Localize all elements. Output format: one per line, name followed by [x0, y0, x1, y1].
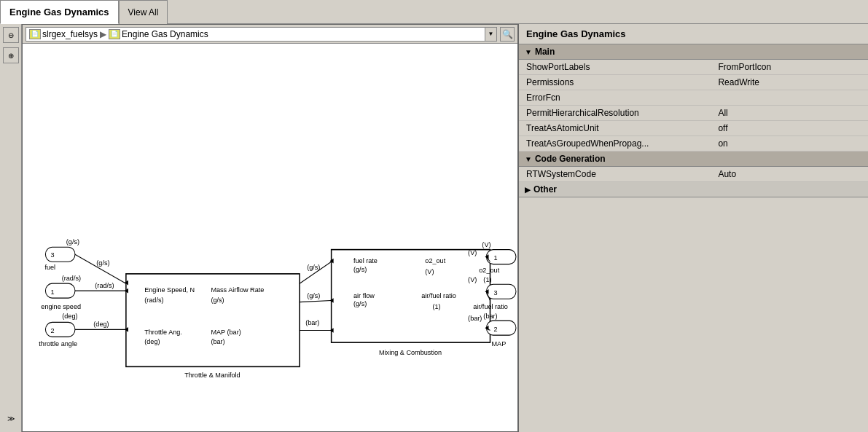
section-other-label: Other — [533, 184, 557, 195]
svg-text:Throttle & Manifold: Throttle & Manifold — [184, 370, 240, 378]
prop-name: RTWSystemCode — [519, 167, 711, 182]
svg-text:(deg): (deg) — [144, 337, 160, 345]
svg-text:(g/s): (g/s) — [307, 291, 320, 299]
sidebar-btn-expand[interactable]: ≫ — [3, 410, 19, 426]
svg-rect-1 — [45, 247, 75, 262]
prop-value[interactable]: All — [711, 106, 868, 121]
section-codegen-header[interactable]: ▼ Code Generation — [519, 152, 868, 167]
tab-bar: Engine Gas Dynamics View All — [0, 0, 868, 24]
svg-text:(rad/s): (rad/s) — [62, 273, 81, 281]
svg-text:(bar): (bar) — [483, 311, 497, 319]
prop-row: ErrorFcn — [519, 90, 868, 106]
section-codegen-label: Code Generation — [535, 154, 606, 164]
svg-text:(g/s): (g/s) — [307, 263, 320, 271]
svg-rect-33 — [486, 250, 516, 264]
svg-text:(deg): (deg) — [62, 311, 77, 319]
prop-row: Permissions ReadWrite — [519, 75, 868, 90]
main-layout: ⊖ ⊕ ≫ 📄 slrgex_fuelsys ▶ 📄 Engine Gas Dy… — [0, 24, 868, 432]
path-icon-engine: 📄 — [109, 29, 120, 39]
prop-value[interactable]: off — [711, 121, 868, 136]
svg-text:o2_out: o2_out — [479, 265, 499, 273]
svg-text:(g/s): (g/s) — [96, 258, 109, 266]
svg-text:(g/s): (g/s) — [66, 237, 79, 245]
address-bar: 📄 slrgex_fuelsys ▶ 📄 Engine Gas Dynamics… — [23, 25, 517, 44]
svg-rect-5 — [45, 283, 75, 298]
prop-value[interactable]: ReadWrite — [711, 75, 868, 90]
svg-text:(g/s): (g/s) — [353, 299, 367, 307]
svg-text:2: 2 — [494, 324, 498, 332]
path-icon-fuelsys: 📄 — [29, 29, 41, 39]
right-panel-title: Engine Gas Dynamics — [519, 24, 868, 44]
prop-row: TreatAsGroupedWhenPropag... on — [519, 136, 868, 152]
path-engine: Engine Gas Dynamics — [122, 29, 208, 39]
address-dropdown[interactable]: ▼ — [485, 27, 497, 42]
sidebar-btn-minus[interactable]: ⊖ — [3, 27, 19, 43]
address-search-btn[interactable]: 🔍 — [500, 27, 515, 42]
svg-text:(g/s): (g/s) — [211, 295, 224, 303]
svg-text:fuel rate: fuel rate — [353, 256, 378, 264]
svg-text:(g/s): (g/s) — [353, 264, 367, 272]
prop-name: ShowPortLabels — [519, 60, 711, 75]
prop-name: TreatAsAtomicUnit — [519, 121, 711, 136]
section-main-header[interactable]: ▼ Main — [519, 44, 868, 60]
svg-text:air/fuel ratio: air/fuel ratio — [421, 291, 456, 299]
prop-row: PermitHierarchicalResolution All — [519, 106, 868, 121]
svg-text:(V): (V) — [425, 267, 434, 275]
path-chevron: ▶ — [100, 29, 106, 39]
svg-text:(V): (V) — [468, 248, 477, 256]
prop-name: TreatAsGroupedWhenPropag... — [519, 136, 711, 152]
svg-text:3: 3 — [494, 288, 498, 296]
svg-text:throttle angle: throttle angle — [39, 339, 77, 347]
sidebar-btn-plus[interactable]: ⊕ — [3, 47, 19, 63]
section-other-header[interactable]: ▶ Other — [519, 182, 868, 197]
svg-line-52 — [300, 300, 332, 302]
svg-text:3: 3 — [51, 250, 55, 258]
svg-rect-37 — [486, 284, 516, 299]
canvas-area: 📄 slrgex_fuelsys ▶ 📄 Engine Gas Dynamics… — [22, 24, 518, 432]
tab-engine-gas-dynamics[interactable]: Engine Gas Dynamics — [0, 0, 119, 24]
svg-text:fuel: fuel — [44, 263, 55, 271]
svg-text:2: 2 — [51, 326, 55, 334]
svg-text:air flow: air flow — [353, 291, 375, 299]
svg-text:(1): (1) — [483, 275, 491, 283]
svg-text:Engine Speed, N: Engine Speed, N — [144, 286, 195, 294]
diagram-canvas: (g/s) 3 fuel (rad/s) 1 engine speed (deg… — [23, 44, 517, 431]
svg-text:1: 1 — [51, 287, 55, 295]
svg-text:(rad/s): (rad/s) — [144, 295, 163, 303]
prop-value[interactable]: FromPortIcon — [711, 60, 868, 75]
svg-text:(V): (V) — [482, 240, 490, 248]
svg-text:Throttle Ang.: Throttle Ang. — [144, 328, 182, 336]
section-other-arrow: ▶ — [525, 186, 531, 194]
prop-name: ErrorFcn — [519, 90, 711, 106]
address-path[interactable]: 📄 slrgex_fuelsys ▶ 📄 Engine Gas Dynamics — [26, 27, 485, 42]
svg-text:engine speed: engine speed — [41, 302, 81, 310]
section-main-label: Main — [535, 47, 555, 57]
svg-text:MAP: MAP — [492, 339, 507, 347]
svg-rect-9 — [45, 322, 75, 337]
svg-text:MAP (bar): MAP (bar) — [211, 328, 241, 336]
diagram-svg: (g/s) 3 fuel (rad/s) 1 engine speed (deg… — [23, 44, 517, 431]
prop-row: TreatAsAtomicUnit off — [519, 121, 868, 136]
tab-view-all-label: View All — [128, 7, 159, 17]
svg-text:(bar): (bar) — [305, 318, 319, 326]
svg-text:(1): (1) — [432, 302, 440, 310]
svg-text:Mass Airflow Rate: Mass Airflow Rate — [211, 286, 264, 294]
svg-text:1: 1 — [494, 254, 498, 262]
main-properties-table: ShowPortLabels FromPortIcon Permissions … — [519, 60, 868, 152]
svg-text:(bar): (bar) — [468, 314, 482, 322]
prop-name: Permissions — [519, 75, 711, 90]
codegen-properties-table: RTWSystemCode Auto — [519, 167, 868, 182]
prop-value[interactable]: Auto — [711, 167, 868, 182]
svg-text:(V): (V) — [468, 275, 477, 283]
prop-value[interactable]: on — [711, 136, 868, 152]
path-fuelsys: slrgex_fuelsys — [42, 29, 98, 39]
svg-text:air/fuel ratio: air/fuel ratio — [473, 302, 508, 310]
svg-text:(bar): (bar) — [211, 337, 224, 345]
prop-row: RTWSystemCode Auto — [519, 167, 868, 182]
svg-text:o2_out: o2_out — [425, 256, 445, 264]
tab-view-all[interactable]: View All — [119, 0, 168, 24]
prop-value[interactable] — [711, 90, 868, 106]
svg-text:(rad/s): (rad/s) — [95, 280, 114, 288]
svg-rect-41 — [486, 321, 516, 335]
prop-name: PermitHierarchicalResolution — [519, 106, 711, 121]
